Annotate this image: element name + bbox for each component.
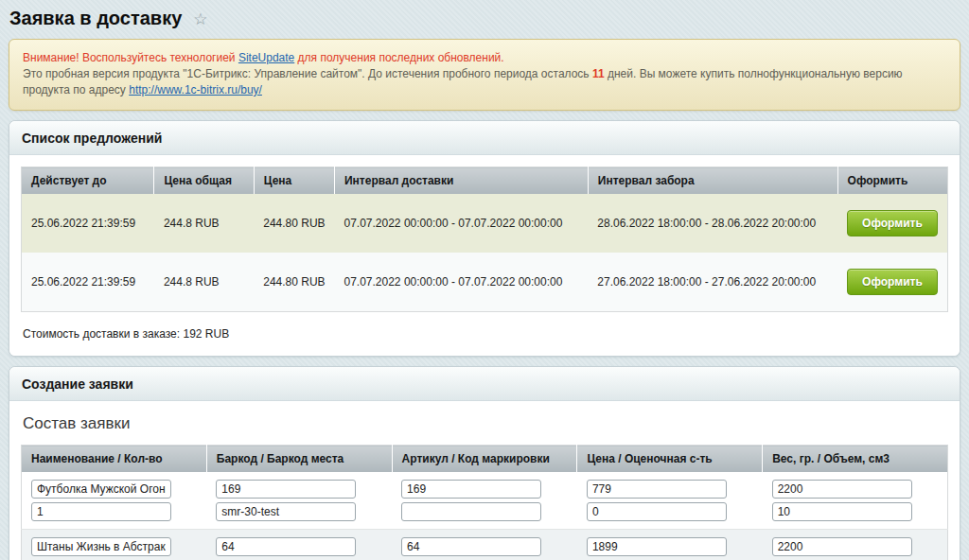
offer-valid-until: 25.06.2022 21:39:59 xyxy=(22,253,154,312)
item-price-input[interactable] xyxy=(587,480,727,499)
offer-pickup-interval: 27.06.2022 18:00:00 - 27.06.2022 20:00:0… xyxy=(588,253,837,312)
item-row xyxy=(22,472,948,530)
offers-header-row: Действует до Цена общая Цена Интервал до… xyxy=(22,167,948,195)
offer-price: 244.80 RUB xyxy=(254,194,334,253)
buy-link[interactable]: http://www.1c-bitrix.ru/buy/ xyxy=(129,83,262,96)
delivery-cost-value: 192 RUB xyxy=(183,327,229,341)
siteupdate-link[interactable]: SiteUpdate xyxy=(238,51,294,64)
item-estimated-value-input[interactable] xyxy=(587,502,727,521)
request-section-title: Создание заявки xyxy=(9,367,960,401)
offer-row: 25.06.2022 21:39:59 244.8 RUB 244.80 RUB… xyxy=(22,194,948,253)
offer-row: 25.06.2022 21:39:59 244.8 RUB 244.80 RUB… xyxy=(22,253,948,312)
offer-valid-until: 25.06.2022 21:39:59 xyxy=(22,194,154,253)
offer-submit-button[interactable]: Оформить xyxy=(847,210,938,236)
item-row xyxy=(22,530,948,560)
offer-price-total: 244.8 RUB xyxy=(154,253,254,312)
notice-warning-text-suffix: для получения последних обновлений. xyxy=(294,51,503,64)
col-barcode: Баркод / Баркод места xyxy=(206,446,392,473)
col-article: Артикул / Код маркировки xyxy=(392,446,577,473)
offer-price: 244.80 RUB xyxy=(254,253,334,312)
col-price: Цена xyxy=(254,167,334,195)
page-header: Заявка в доставку ☆ xyxy=(0,0,969,35)
trial-days-left: 11 xyxy=(592,67,605,80)
delivery-cost-line: Стоимость доставки в заказе: 192 RUB xyxy=(23,327,946,341)
notice-warning-line: Внимание! Воспользуйтесь технологией Sit… xyxy=(23,50,946,66)
col-pickup-interval: Интервал забора xyxy=(588,167,837,195)
request-composition-title: Состав заявки xyxy=(23,414,946,433)
item-name-input[interactable] xyxy=(31,537,171,556)
request-section: Создание заявки Состав заявки Наименован… xyxy=(9,366,960,560)
offers-section-title: Список предложений xyxy=(9,121,960,155)
item-name-input[interactable] xyxy=(31,480,171,499)
notice-warning-text: Внимание! Воспользуйтесь технологией xyxy=(23,51,238,64)
offers-section: Список предложений Действует до Цена общ… xyxy=(9,120,960,357)
page-title: Заявка в доставку xyxy=(9,8,182,29)
delivery-cost-label: Стоимость доставки в заказе: xyxy=(23,327,180,341)
notice-trial-text: Это пробная версия продукта "1С-Битрикс:… xyxy=(23,67,592,80)
item-weight-input[interactable] xyxy=(772,480,912,499)
offer-price-total: 244.8 RUB xyxy=(154,194,254,253)
offer-submit-button[interactable]: Оформить xyxy=(847,269,938,295)
item-barcode-input[interactable] xyxy=(216,537,356,556)
offers-table: Действует до Цена общая Цена Интервал до… xyxy=(21,166,948,312)
request-items-table: Наименование / Кол-во Баркод / Баркод ме… xyxy=(21,445,948,560)
col-valid-until: Действует до xyxy=(22,167,154,195)
item-marking-code-input[interactable] xyxy=(401,502,541,521)
favorite-star-icon[interactable]: ☆ xyxy=(193,11,207,27)
col-price-total: Цена общая xyxy=(154,167,254,195)
item-qty-input[interactable] xyxy=(31,502,171,521)
item-volume-input[interactable] xyxy=(772,502,912,521)
col-delivery-interval: Интервал доставки xyxy=(334,167,588,195)
item-weight-input[interactable] xyxy=(772,537,912,556)
col-weight-volume: Вес, гр. / Объем, см3 xyxy=(763,446,948,473)
col-submit: Оформить xyxy=(837,167,947,195)
trial-notice: Внимание! Воспользуйтесь технологией Sit… xyxy=(9,39,960,111)
notice-trial-line: Это пробная версия продукта "1С-Битрикс:… xyxy=(23,66,946,98)
item-price-input[interactable] xyxy=(587,537,727,556)
item-article-input[interactable] xyxy=(401,480,541,499)
item-article-input[interactable] xyxy=(401,537,541,556)
offer-delivery-interval: 07.07.2022 00:00:00 - 07.07.2022 00:00:0… xyxy=(334,253,588,312)
col-price-estimate: Цена / Оценочная с-ть xyxy=(577,446,763,473)
items-header-row: Наименование / Кол-во Баркод / Баркод ме… xyxy=(22,446,948,473)
item-barcode-input[interactable] xyxy=(216,480,356,499)
offer-delivery-interval: 07.07.2022 00:00:00 - 07.07.2022 00:00:0… xyxy=(334,194,588,253)
offer-pickup-interval: 28.06.2022 18:00:00 - 28.06.2022 20:00:0… xyxy=(588,194,837,253)
item-place-barcode-input[interactable] xyxy=(216,502,356,521)
col-name-qty: Наименование / Кол-во xyxy=(22,446,207,473)
